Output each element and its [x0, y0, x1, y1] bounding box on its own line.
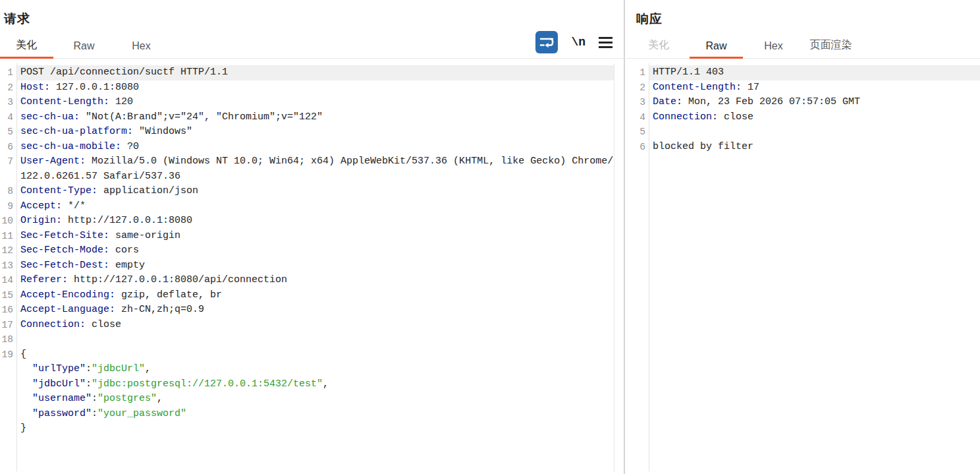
code-line[interactable]: 2Content-Length: 17	[634, 80, 980, 96]
code-line[interactable]: 19{ "urlType":"jdbcUrl", "jdbcUrl":"jdbc…	[1, 347, 614, 436]
line-content	[649, 125, 980, 140]
line-content: Content-Length: 17	[649, 80, 980, 96]
line-number: 14	[1, 273, 16, 288]
line-number: 12	[1, 243, 16, 258]
tab-Raw[interactable]: Raw	[57, 37, 111, 59]
tab-页面渲染[interactable]: 页面渲染	[804, 35, 858, 59]
code-line[interactable]: 5	[634, 125, 980, 140]
code-line[interactable]: 12Sec-Fetch-Mode: cors	[1, 243, 614, 258]
line-number: 2	[1, 80, 16, 96]
line-number: 5	[634, 125, 649, 140]
line-number: 18	[1, 332, 16, 347]
word-wrap-icon	[535, 31, 558, 53]
hamburger-menu-icon[interactable]	[599, 37, 612, 48]
line-content: Accept: */*	[16, 199, 614, 214]
line-content: Referer: http://127.0.0.1:8080/api/conne…	[16, 273, 614, 288]
line-content: Sec-Fetch-Site: same-origin	[16, 229, 614, 244]
code-line[interactable]: 5sec-ch-ua-platform: "Windows"	[1, 125, 614, 140]
line-content: blocked by filter	[649, 140, 980, 155]
request-panel-title: 请求	[4, 11, 624, 28]
line-content: Content-Length: 120	[16, 95, 614, 110]
line-number: 1	[634, 65, 649, 80]
request-toolbar: \n	[535, 31, 612, 53]
line-content: Date: Mon, 23 Feb 2026 07:57:05 GMT	[649, 95, 980, 110]
newline-toggle-icon[interactable]: \n	[571, 36, 585, 49]
tab-Raw[interactable]: Raw	[690, 37, 743, 59]
code-line[interactable]: 14Referer: http://127.0.0.1:8080/api/con…	[1, 273, 614, 288]
line-content: Connection: close	[649, 110, 980, 125]
line-number: 17	[1, 318, 16, 333]
tab-美化[interactable]: 美化	[632, 35, 686, 59]
code-line[interactable]: 6blocked by filter	[634, 140, 980, 155]
code-line[interactable]: 16Accept-Language: zh-CN,zh;q=0.9	[1, 303, 614, 318]
code-line[interactable]: 7User-Agent: Mozilla/5.0 (Windows NT 10.…	[1, 154, 614, 184]
line-content: Content-Type: application/json	[16, 184, 614, 199]
line-content: { "urlType":"jdbcUrl", "jdbcUrl":"jdbc:p…	[16, 347, 614, 436]
request-panel: 请求 美化RawHex \n 1POST /api/connection/suc…	[0, 0, 624, 474]
line-number: 3	[634, 95, 649, 110]
line-content	[16, 332, 614, 347]
line-number: 15	[1, 288, 16, 303]
code-line[interactable]: 1POST /api/connection/suctf HTTP/1.1	[1, 65, 614, 80]
line-number: 8	[1, 184, 16, 199]
request-editor[interactable]: 1POST /api/connection/suctf HTTP/1.12Hos…	[1, 63, 614, 471]
response-editor[interactable]: 1HTTP/1.1 4032Content-Length: 173Date: M…	[634, 63, 980, 471]
line-number: 10	[1, 214, 16, 229]
code-line[interactable]: 13Sec-Fetch-Dest: empty	[1, 258, 614, 274]
tab-美化[interactable]: 美化	[0, 35, 53, 59]
response-tab-row: 美化RawHex页面渲染	[626, 34, 980, 59]
line-content: HTTP/1.1 403	[649, 65, 980, 80]
code-line[interactable]: 1HTTP/1.1 403	[634, 65, 980, 80]
code-line[interactable]: 4Connection: close	[634, 110, 980, 125]
line-content: sec-ch-ua-platform: "Windows"	[16, 125, 614, 140]
line-content: POST /api/connection/suctf HTTP/1.1	[16, 65, 614, 80]
request-tab-row: 美化RawHex \n	[0, 34, 624, 59]
line-content: sec-ch-ua: "Not(A:Brand";v="24", "Chromi…	[16, 110, 614, 125]
gutter-separator	[649, 63, 649, 471]
code-line[interactable]: 4sec-ch-ua: "Not(A:Brand";v="24", "Chrom…	[1, 110, 614, 125]
line-content: Sec-Fetch-Dest: empty	[16, 258, 614, 274]
line-number: 9	[1, 199, 16, 214]
line-number: 2	[634, 80, 649, 96]
line-number: 19	[1, 347, 16, 363]
panel-divider[interactable]	[624, 0, 625, 474]
line-content: User-Agent: Mozilla/5.0 (Windows NT 10.0…	[16, 154, 614, 184]
tab-Hex[interactable]: Hex	[747, 37, 800, 59]
word-wrap-toggle-button[interactable]	[535, 31, 558, 53]
line-number: 4	[1, 110, 16, 125]
code-line[interactable]: 10Origin: http://127.0.0.1:8080	[1, 214, 614, 229]
line-number: 11	[1, 229, 16, 244]
line-content: Host: 127.0.0.1:8080	[16, 80, 614, 96]
line-number: 4	[634, 110, 649, 125]
code-line[interactable]: 18	[1, 332, 614, 347]
line-content: Origin: http://127.0.0.1:8080	[16, 214, 614, 229]
code-line[interactable]: 15Accept-Encoding: gzip, deflate, br	[1, 288, 614, 303]
line-number: 5	[1, 125, 16, 140]
line-number: 13	[1, 258, 16, 274]
line-content: Accept-Language: zh-CN,zh;q=0.9	[16, 303, 614, 318]
request-panel-header: 请求	[0, 0, 624, 28]
code-line[interactable]: 11Sec-Fetch-Site: same-origin	[1, 229, 614, 244]
line-number: 7	[1, 154, 16, 169]
code-line[interactable]: 6sec-ch-ua-mobile: ?0	[1, 140, 614, 155]
response-panel-title: 响应	[636, 11, 980, 28]
code-line[interactable]: 2Host: 127.0.0.1:8080	[1, 80, 614, 96]
line-number: 1	[1, 65, 16, 80]
code-line[interactable]: 3Date: Mon, 23 Feb 2026 07:57:05 GMT	[634, 95, 980, 110]
response-panel: 响应 美化RawHex页面渲染 1HTTP/1.1 4032Content-Le…	[626, 0, 980, 474]
code-line[interactable]: 8Content-Type: application/json	[1, 184, 614, 199]
line-number: 6	[1, 140, 16, 155]
response-panel-header: 响应	[626, 0, 980, 28]
gutter-separator	[16, 63, 17, 471]
tab-Hex[interactable]: Hex	[115, 37, 168, 59]
line-content: sec-ch-ua-mobile: ?0	[16, 140, 614, 155]
code-line[interactable]: 3Content-Length: 120	[1, 95, 614, 110]
line-content: Connection: close	[16, 318, 614, 333]
line-number: 6	[634, 140, 649, 155]
code-line[interactable]: 9Accept: */*	[1, 199, 614, 214]
line-number: 16	[1, 303, 16, 318]
line-content: Accept-Encoding: gzip, deflate, br	[16, 288, 614, 303]
line-content: Sec-Fetch-Mode: cors	[16, 243, 614, 258]
code-line[interactable]: 17Connection: close	[1, 318, 614, 333]
line-number: 3	[1, 95, 16, 110]
